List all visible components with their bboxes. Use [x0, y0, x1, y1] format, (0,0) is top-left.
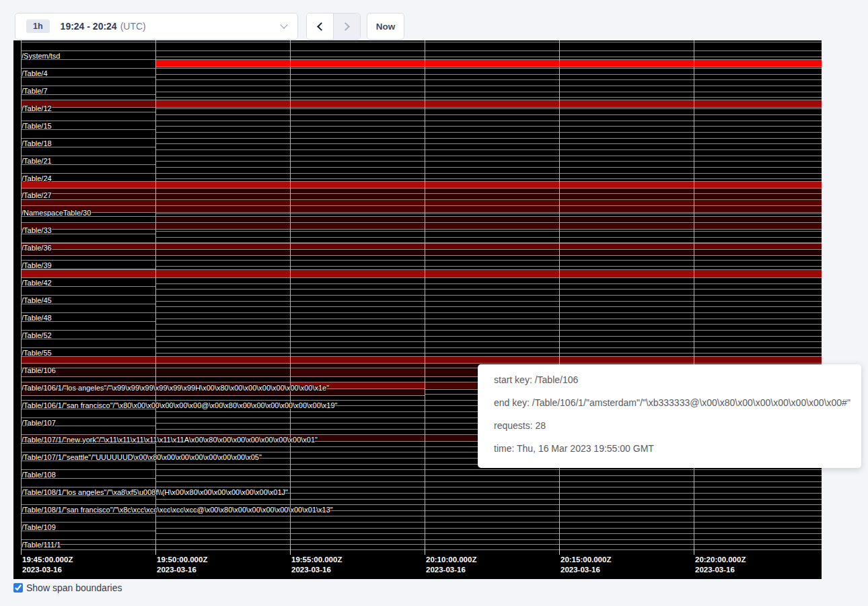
- time-gridline: [290, 40, 291, 547]
- span-boundary-line: [21, 531, 155, 531]
- span-boundary-line: [21, 496, 155, 496]
- span-boundary-line: [21, 156, 822, 156]
- heatmap-hot-span[interactable]: [21, 205, 822, 213]
- tooltip-end-key: end key: /Table/106/1/"amsterdam"/"\xb33…: [494, 396, 845, 409]
- span-boundary-line: [21, 539, 822, 540]
- span-boundary-line: [155, 266, 822, 267]
- span-boundary-line: [21, 469, 822, 470]
- span-boundary-line: [21, 112, 155, 112]
- next-range-button-disabled[interactable]: [334, 13, 361, 39]
- prev-range-button[interactable]: [307, 13, 334, 39]
- span-boundary-line: [155, 353, 822, 354]
- span-boundary-line: [155, 167, 822, 168]
- span-boundary-line: [21, 86, 822, 86]
- time-axis-tick: [21, 547, 22, 555]
- heatmap-hot-span[interactable]: [21, 269, 822, 278]
- time-axis-label: 20:10:00.000Z2023-03-16: [426, 555, 476, 574]
- time-gridline: [559, 40, 560, 547]
- time-gridline: [425, 40, 425, 547]
- span-boundary-line: [21, 147, 155, 147]
- span-boundary-line: [155, 493, 822, 494]
- span-boundary-line: [155, 79, 822, 80]
- span-boundary-line: [21, 409, 155, 409]
- time-range-preset-badge: 1h: [26, 20, 50, 33]
- heatmap-hot-span[interactable]: [21, 100, 155, 108]
- chevron-right-icon: [341, 22, 350, 31]
- span-boundary-line: [155, 143, 822, 144]
- span-boundary-line: [21, 164, 155, 165]
- span-boundary-line: [155, 114, 822, 115]
- span-boundary-line: [155, 481, 822, 482]
- span-boundary-line: [21, 286, 155, 287]
- heatmap-hot-span[interactable]: [155, 59, 822, 67]
- span-boundary-line: [21, 260, 822, 261]
- toolbar: 1h 19:24 - 20:24 (UTC) Now: [0, 0, 868, 40]
- key-visualizer-heatmap[interactable]: /System/tsd/Table/4/Table/7/Table/12/Tab…: [13, 40, 822, 579]
- span-boundary-line: [155, 324, 822, 325]
- time-range-timezone: (UTC): [120, 21, 146, 32]
- time-axis-label: 19:45:00.000Z2023-03-16: [22, 555, 73, 574]
- span-boundary-line: [21, 312, 822, 313]
- span-boundary-line: [21, 68, 822, 69]
- footer: Show span boundaries: [13, 582, 122, 593]
- time-axis-tick: [559, 547, 560, 555]
- span-boundary-line: [21, 138, 822, 139]
- span-boundary-line: [21, 426, 155, 426]
- span-boundary-line: [155, 510, 822, 511]
- span-boundary-line: [21, 522, 822, 523]
- span-boundary-line: [155, 301, 822, 302]
- span-boundary-line: [21, 549, 822, 550]
- span-boundary-line: [155, 74, 822, 75]
- span-boundary-line: [155, 499, 822, 500]
- span-boundary-line: [155, 231, 822, 232]
- time-axis-label: 20:15:00.000Z2023-03-16: [560, 555, 611, 574]
- span-boundary-line: [155, 178, 822, 179]
- span-boundary-line: [155, 149, 822, 150]
- span-boundary-line: [21, 234, 155, 234]
- span-boundary-line: [21, 50, 822, 51]
- span-boundary-line: [155, 126, 822, 127]
- span-boundary-line: [21, 443, 155, 444]
- time-nav-group: [306, 13, 361, 40]
- now-button[interactable]: Now: [367, 13, 404, 40]
- span-boundary-line: [155, 237, 822, 238]
- span-boundary-line: [21, 304, 155, 304]
- span-boundary-line: [21, 339, 155, 339]
- time-gridline: [21, 40, 22, 547]
- time-axis-label: 20:20:00.000Z2023-03-16: [695, 555, 746, 574]
- span-boundary-line: [155, 341, 822, 342]
- heatmap-hot-span[interactable]: [21, 222, 822, 230]
- span-boundary-line: [21, 321, 155, 322]
- span-boundary-line: [21, 513, 155, 514]
- span-boundary-line: [21, 478, 155, 479]
- span-boundary-line: [155, 283, 822, 284]
- heatmap-hot-span[interactable]: [155, 100, 822, 108]
- time-axis-tick: [425, 547, 425, 555]
- show-span-boundaries-label[interactable]: Show span boundaries: [26, 582, 122, 593]
- span-boundary-line: [155, 475, 822, 476]
- span-boundary-line: [21, 295, 822, 296]
- span-boundary-line: [155, 97, 822, 98]
- span-boundary-line: [21, 461, 155, 461]
- span-tooltip: start key: /Table/106 end key: /Table/10…: [478, 364, 861, 468]
- heatmap-hot-span[interactable]: [290, 368, 425, 377]
- span-boundary-line: [155, 57, 822, 57]
- chevron-down-icon: [280, 21, 287, 28]
- span-boundary-line: [155, 318, 822, 319]
- span-boundary-line: [155, 132, 822, 133]
- span-boundary-line: [155, 336, 822, 337]
- tooltip-start-key: start key: /Table/106: [494, 373, 845, 386]
- time-range-dropdown[interactable]: 1h 19:24 - 20:24 (UTC): [15, 13, 298, 40]
- tooltip-requests: requests: 28: [494, 419, 845, 432]
- time-range-label: 19:24 - 20:24: [61, 21, 117, 32]
- time-gridline: [155, 40, 156, 547]
- time-axis-tick: [694, 547, 694, 555]
- span-key-label: /Table/111/1: [22, 541, 61, 549]
- span-boundary-line: [21, 129, 155, 130]
- span-boundary-line: [155, 528, 822, 529]
- show-span-boundaries-checkbox[interactable]: [13, 583, 23, 593]
- heatmap-hot-span[interactable]: [21, 249, 822, 256]
- heatmap-hot-span[interactable]: [21, 389, 425, 396]
- span-boundary-line: [21, 121, 822, 121]
- span-boundary-line: [155, 533, 822, 534]
